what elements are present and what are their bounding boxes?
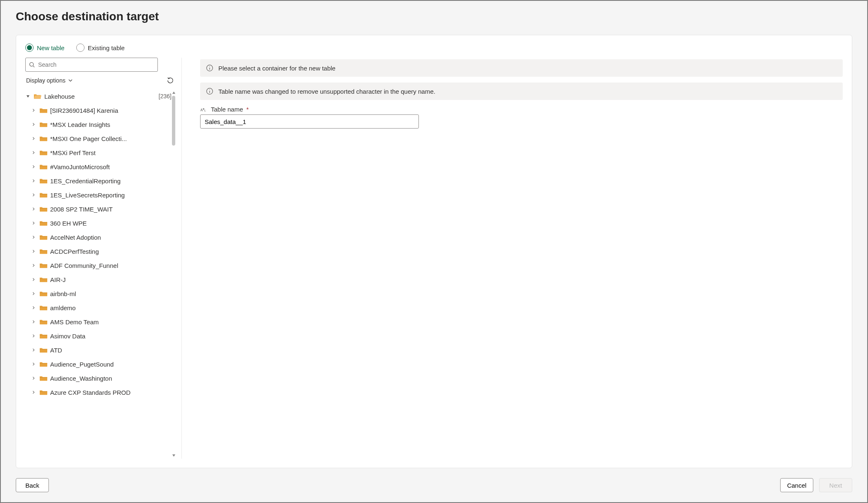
tree-item[interactable]: *MSX Leader Insights [25, 117, 174, 131]
folder-icon [39, 234, 48, 241]
tree-item[interactable]: [SIR236901484] Karenia [25, 103, 174, 117]
svg-point-28 [209, 66, 210, 67]
tree-item[interactable]: 2008 SP2 TIME_WAIT [25, 202, 174, 216]
search-input[interactable] [25, 58, 158, 72]
expand-icon [32, 278, 37, 281]
expand-icon [32, 348, 37, 352]
expand-icon [32, 236, 37, 239]
svg-rect-12 [40, 236, 47, 237]
back-button[interactable]: Back [16, 478, 49, 492]
svg-rect-19 [40, 335, 47, 335]
expand-icon [32, 193, 37, 197]
svg-rect-17 [40, 307, 47, 307]
table-name-input[interactable] [200, 114, 419, 129]
scroll-up-icon[interactable] [171, 89, 177, 96]
refresh-button[interactable] [166, 76, 175, 85]
expand-icon [32, 165, 37, 168]
folder-icon [39, 304, 48, 311]
tree-item[interactable]: amldemo [25, 301, 174, 315]
radio-existing-table[interactable]: Existing table [76, 44, 125, 52]
tree-item-label: [SIR236901484] Karenia [50, 107, 172, 114]
tree-item[interactable]: 1ES_LiveSecretsReporting [25, 188, 174, 202]
tree-item-label: 2008 SP2 TIME_WAIT [50, 206, 172, 213]
folder-icon [39, 333, 48, 339]
expand-icon [32, 151, 37, 154]
folder-icon [39, 177, 48, 184]
table-name-label: Table name [211, 106, 243, 113]
tree-item-label: *MSXi Perf Terst [50, 149, 172, 156]
svg-rect-16 [40, 293, 47, 293]
info-name-changed: Table name was changed to remove unsuppo… [200, 83, 843, 100]
svg-rect-5 [40, 138, 47, 138]
expand-icon [32, 123, 37, 126]
required-star-icon: * [247, 106, 249, 113]
svg-rect-11 [40, 222, 47, 223]
tree-item[interactable]: AMS Demo Team [25, 315, 174, 329]
svg-marker-2 [27, 95, 29, 97]
tree-item[interactable]: #VamoJuntoMicrosoft [25, 160, 174, 174]
svg-rect-22 [40, 377, 47, 378]
tree-item[interactable]: ADF Community_Funnel [25, 258, 174, 272]
tree-item-label: AccelNet Adoption [50, 234, 172, 241]
folder-icon [39, 318, 48, 325]
svg-rect-20 [40, 349, 47, 350]
folder-icon [39, 149, 48, 156]
folder-icon [39, 290, 48, 297]
info-icon [206, 64, 213, 72]
expand-icon [32, 250, 37, 253]
tree-scrollbar[interactable] [171, 89, 177, 459]
svg-rect-10 [40, 208, 47, 209]
folder-icon [39, 192, 48, 198]
folder-icon [39, 163, 48, 170]
expand-icon [32, 137, 37, 140]
tree-item[interactable]: Audience_Washington [25, 371, 174, 385]
tree-root-label: Lakehouse [44, 93, 156, 100]
folder-icon [39, 220, 48, 226]
tree-item[interactable]: *MSXi Perf Terst [25, 146, 174, 160]
collapse-icon [26, 95, 31, 98]
tree-item[interactable]: Azure CXP Standards PROD [25, 385, 174, 399]
svg-rect-8 [40, 180, 47, 180]
folder-icon [39, 135, 48, 142]
tree-item[interactable]: ATD [25, 343, 174, 357]
tree-item-label: ACDCPerfTesting [50, 248, 172, 255]
tree-item[interactable]: Asimov Data [25, 329, 174, 343]
tree-item-label: ADF Community_Funnel [50, 262, 172, 269]
tree-item[interactable]: Audience_PugetSound [25, 357, 174, 371]
tree-item[interactable]: AccelNet Adoption [25, 230, 174, 244]
expand-icon [32, 334, 37, 338]
svg-rect-4 [40, 124, 47, 124]
tree-item-label: *MSXI One Pager Collecti... [50, 135, 172, 142]
expand-icon [32, 362, 37, 366]
tree-root-lakehouse[interactable]: Lakehouse [236] [25, 89, 174, 103]
tree-item[interactable]: airbnb-ml [25, 287, 174, 301]
scroll-down-icon[interactable] [171, 452, 177, 459]
radio-new-table[interactable]: New table [25, 44, 65, 52]
tree-item[interactable]: ACDCPerfTesting [25, 244, 174, 258]
abc-type-icon: A B C [200, 107, 208, 112]
tree-item[interactable]: AIR-J [25, 272, 174, 287]
expand-icon [32, 179, 37, 182]
svg-rect-7 [40, 166, 47, 166]
folder-open-icon [34, 93, 42, 100]
tree-item-label: 1ES_CredentialReporting [50, 177, 172, 185]
folder-icon [39, 206, 48, 212]
tree-item[interactable]: 360 EH WPE [25, 216, 174, 230]
tree-item[interactable]: *MSXI One Pager Collecti... [25, 131, 174, 146]
display-options-button[interactable]: Display options [26, 77, 73, 84]
folder-icon [39, 389, 48, 396]
page-title: Choose destination target [16, 10, 852, 23]
tree-item-label: #VamoJuntoMicrosoft [50, 163, 172, 170]
svg-rect-18 [40, 321, 47, 321]
expand-icon [32, 320, 37, 323]
tree-item-label: AIR-J [50, 276, 172, 283]
folder-icon [39, 375, 48, 382]
scroll-thumb[interactable] [172, 96, 175, 146]
svg-rect-21 [40, 363, 47, 364]
svg-marker-25 [172, 454, 175, 456]
svg-rect-14 [40, 265, 47, 265]
svg-rect-9 [40, 194, 47, 194]
tree-item[interactable]: 1ES_CredentialReporting [25, 174, 174, 188]
svg-marker-24 [172, 91, 175, 93]
cancel-button[interactable]: Cancel [780, 478, 813, 492]
